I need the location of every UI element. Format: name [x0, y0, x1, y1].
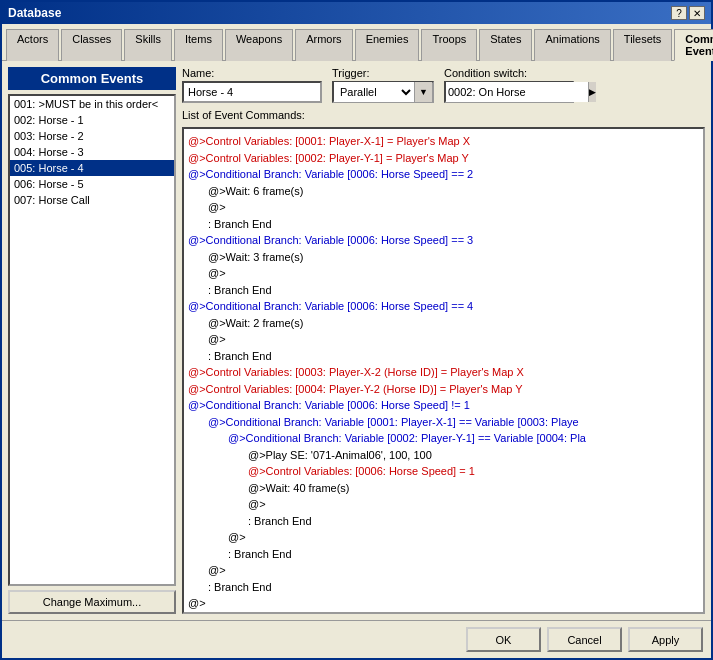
cmd-line: @>Wait: 2 frame(s) [188, 315, 699, 332]
cancel-button[interactable]: Cancel [547, 627, 622, 652]
cmd-line: : Branch End [188, 513, 699, 530]
cmd-line: @> [188, 595, 699, 612]
condition-switch-arrow[interactable]: ▶ [588, 82, 596, 102]
tab-common-events[interactable]: Common Events [674, 29, 713, 61]
commands-label: List of Event Commands: [182, 109, 705, 121]
list-item[interactable]: 006: Horse - 5 [10, 176, 174, 192]
tab-enemies[interactable]: Enemies [355, 29, 420, 61]
tabs-bar: Actors Classes Skills Items Weapons Armo… [2, 24, 711, 61]
cmd-line: @>Conditional Branch: Variable [0006: Ho… [188, 166, 699, 183]
tab-actors[interactable]: Actors [6, 29, 59, 61]
close-button[interactable]: ✕ [689, 6, 705, 20]
tab-classes[interactable]: Classes [61, 29, 122, 61]
right-panel: Name: Trigger: Parallel Action Button Au… [182, 67, 705, 614]
cmd-line: @>Conditional Branch: Variable [0002: Pl… [188, 430, 699, 447]
cmd-line: : Branch End [188, 612, 699, 615]
list-item[interactable]: 003: Horse - 2 [10, 128, 174, 144]
condition-switch-label: Condition switch: [444, 67, 574, 79]
list-item[interactable]: 007: Horse Call [10, 192, 174, 208]
cmd-line: @>Wait: 40 frame(s) [188, 480, 699, 497]
tab-armors[interactable]: Armors [295, 29, 352, 61]
tab-tilesets[interactable]: Tilesets [613, 29, 673, 61]
cmd-line: @>Conditional Branch: Variable [0001: Pl… [188, 414, 699, 431]
ok-button[interactable]: OK [466, 627, 541, 652]
cmd-line: @>Conditional Branch: Variable [0006: Ho… [188, 397, 699, 414]
list-item[interactable]: 002: Horse - 1 [10, 112, 174, 128]
trigger-label: Trigger: [332, 67, 434, 79]
tab-troops[interactable]: Troops [421, 29, 477, 61]
window-title: Database [8, 6, 61, 20]
cmd-line: @>Control Variables: [0001: Player-X-1] … [188, 133, 699, 150]
cmd-line: @>Conditional Branch: Variable [0006: Ho… [188, 298, 699, 315]
commands-box[interactable]: @>Control Variables: [0001: Player-X-1] … [182, 127, 705, 614]
list-item[interactable]: 001: >MUST be in this order< [10, 96, 174, 112]
cmd-line: @>Control Variables: [0006: Horse Speed]… [188, 463, 699, 480]
tab-states[interactable]: States [479, 29, 532, 61]
list-item[interactable]: 004: Horse - 3 [10, 144, 174, 160]
cmd-line: : Branch End [188, 348, 699, 365]
condition-switch-wrapper: ▶ [444, 81, 574, 103]
cmd-line: @>Control Variables: [0004: Player-Y-2 (… [188, 381, 699, 398]
cmd-line: : Branch End [188, 579, 699, 596]
name-group: Name: [182, 67, 322, 103]
cmd-line: @> [188, 529, 699, 546]
trigger-dropdown-arrow[interactable]: ▼ [414, 82, 432, 102]
cmd-line: @>Wait: 6 frame(s) [188, 183, 699, 200]
condition-switch-group: Condition switch: ▶ [444, 67, 574, 103]
apply-button[interactable]: Apply [628, 627, 703, 652]
title-bar: Database ? ✕ [2, 2, 711, 24]
cmd-line: @> [188, 496, 699, 513]
tab-animations[interactable]: Animations [534, 29, 610, 61]
cmd-line: : Branch End [188, 546, 699, 563]
condition-switch-input[interactable] [446, 82, 588, 102]
events-list[interactable]: 001: >MUST be in this order< 002: Horse … [8, 94, 176, 586]
cmd-line: @>Conditional Branch: Variable [0006: Ho… [188, 232, 699, 249]
change-maximum-button[interactable]: Change Maximum... [8, 590, 176, 614]
cmd-line: @> [188, 331, 699, 348]
cmd-line: : Branch End [188, 282, 699, 299]
name-input[interactable] [182, 81, 322, 103]
tab-items[interactable]: Items [174, 29, 223, 61]
cmd-line: @>Control Variables: [0003: Player-X-2 (… [188, 364, 699, 381]
bottom-bar: OK Cancel Apply [2, 620, 711, 658]
cmd-line: @> [188, 265, 699, 282]
trigger-select[interactable]: Parallel Action Button Autorun [334, 82, 414, 102]
cmd-line: @> [188, 562, 699, 579]
trigger-select-wrapper: Parallel Action Button Autorun ▼ [332, 81, 434, 103]
main-content: Common Events 001: >MUST be in this orde… [2, 61, 711, 620]
cmd-line: @>Wait: 3 frame(s) [188, 249, 699, 266]
database-window: Database ? ✕ Actors Classes Skills Items… [0, 0, 713, 660]
cmd-line: : Branch End [188, 216, 699, 233]
help-button[interactable]: ? [671, 6, 687, 20]
name-label: Name: [182, 67, 322, 79]
form-row: Name: Trigger: Parallel Action Button Au… [182, 67, 705, 103]
panel-title: Common Events [8, 67, 176, 90]
cmd-line: @>Control Variables: [0002: Player-Y-1] … [188, 150, 699, 167]
left-panel: Common Events 001: >MUST be in this orde… [8, 67, 176, 614]
cmd-line: @>Play SE: '071-Animal06', 100, 100 [188, 447, 699, 464]
cmd-line: @> [188, 199, 699, 216]
tab-skills[interactable]: Skills [124, 29, 172, 61]
tab-weapons[interactable]: Weapons [225, 29, 293, 61]
title-controls: ? ✕ [671, 6, 705, 20]
trigger-group: Trigger: Parallel Action Button Autorun … [332, 67, 434, 103]
list-item-selected[interactable]: 005: Horse - 4 [10, 160, 174, 176]
